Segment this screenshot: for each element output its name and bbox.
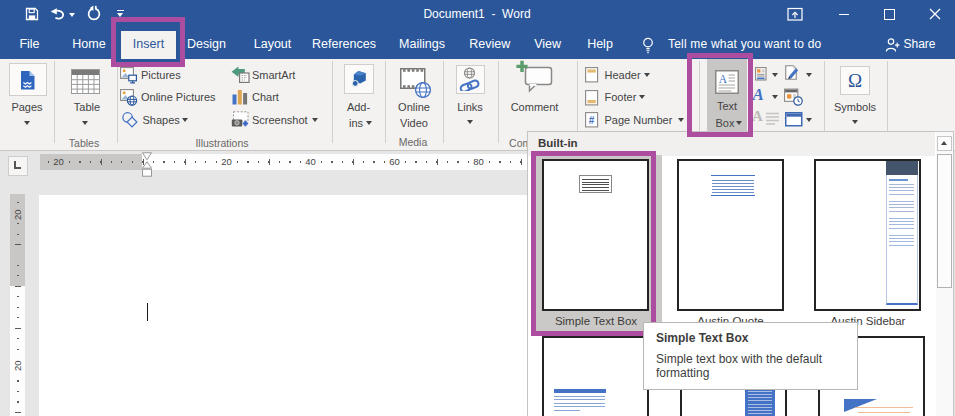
svg-text:#: # bbox=[589, 114, 595, 125]
